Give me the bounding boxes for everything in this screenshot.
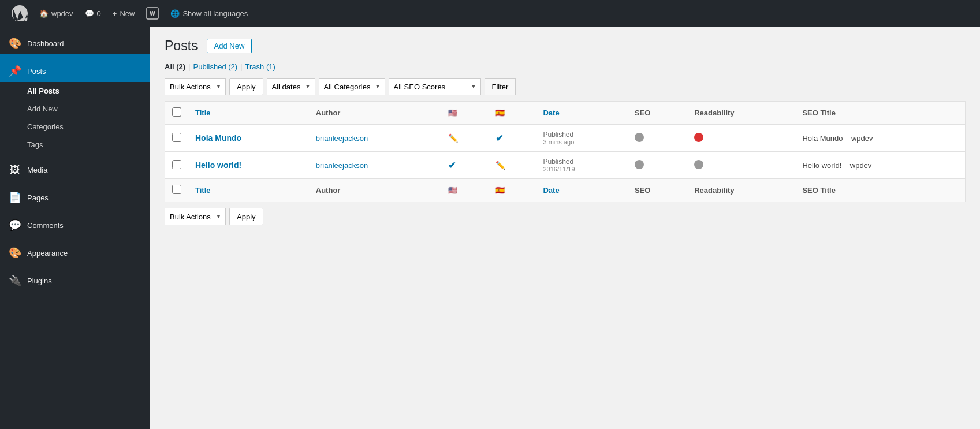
sidebar-item-comments[interactable]: 💬 Comments (0, 208, 150, 236)
comments-item[interactable]: 💬 0 (79, 0, 107, 27)
row2-date-text: Published (543, 158, 621, 166)
sidebar-item-all-posts[interactable]: All Posts (0, 82, 150, 100)
home-icon: 🏠 (39, 9, 49, 18)
row1-checkbox[interactable] (172, 133, 181, 142)
select-all-checkbox[interactable] (172, 107, 181, 117)
row1-title-link[interactable]: Hola Mundo (195, 133, 241, 143)
row2-checkbox[interactable] (172, 160, 181, 169)
footer-checkbox-cell (165, 179, 189, 202)
posts-table: Title Author 🇺🇸 🇪🇸 Date SEO Readability … (165, 101, 966, 202)
all-dates-wrapper: All dates (267, 78, 315, 95)
filter-published[interactable]: Published (2) (193, 62, 238, 71)
comments-sidebar-icon: 💬 (9, 219, 21, 232)
flag-en-icon: 🇺🇸 (448, 109, 457, 117)
row1-en-edit-icon[interactable]: ✏️ (448, 133, 458, 143)
sidebar: 🎨 Dashboard 📌 Posts All Posts Add New Ca… (0, 27, 150, 429)
row1-author-cell: brianleejackson (309, 125, 441, 152)
main-content: Posts Add New All (2) | Published (2) | … (150, 27, 980, 429)
all-seo-select[interactable]: All SEO Scores (389, 78, 481, 95)
footer-seo-title: SEO Title (795, 179, 965, 202)
footer-title-sort-link[interactable]: Title (195, 186, 211, 195)
row2-title-link[interactable]: Hello world! (195, 161, 241, 170)
plugins-label: Plugins (27, 277, 52, 285)
row1-readability-cell (687, 125, 795, 152)
header-flag-es: 🇪🇸 (489, 102, 536, 125)
plus-icon: + (113, 9, 117, 18)
add-new-sub-label: Add New (27, 105, 58, 113)
svg-text:W: W (150, 10, 156, 17)
header-author: Author (309, 102, 441, 125)
filter-all[interactable]: All (2) (165, 62, 185, 71)
footer-flag-es: 🇪🇸 (489, 179, 536, 202)
row2-en-check-icon: ✔ (448, 161, 456, 170)
top-toolbar: Bulk Actions Apply All dates All Categor… (165, 78, 966, 95)
bulk-actions-bottom-wrapper: Bulk Actions (165, 208, 226, 225)
sidebar-item-appearance[interactable]: 🎨 Appearance (0, 236, 150, 264)
comments-sidebar-label: Comments (27, 221, 64, 230)
sidebar-item-plugins[interactable]: 🔌 Plugins (0, 264, 150, 292)
comments-icon: 💬 (85, 9, 94, 18)
wpml-icon-item[interactable]: W (140, 0, 165, 27)
languages-item[interactable]: 🌐 Show all languages (165, 0, 254, 27)
sidebar-dashboard-label: Dashboard (27, 39, 64, 48)
row2-es-edit-icon[interactable]: ✏️ (495, 161, 505, 170)
footer-date-sort-link[interactable]: Date (543, 186, 559, 195)
page-title: Posts (165, 38, 198, 54)
categories-label: Categories (27, 122, 64, 131)
row1-checkbox-cell (165, 125, 189, 152)
page-title-row: Posts Add New (165, 38, 966, 54)
header-checkbox-cell (165, 102, 189, 125)
new-label: New (120, 9, 135, 18)
row2-seo-cell (628, 152, 687, 179)
row1-seo-title-text: Hola Mundo – wpdev (802, 134, 873, 143)
row2-readability-cell (687, 152, 795, 179)
filter-button[interactable]: Filter (485, 78, 516, 95)
header-readability: Readability (687, 102, 795, 125)
footer-date: Date (536, 179, 628, 202)
row2-author-link[interactable]: brianleejackson (316, 161, 368, 170)
site-name-label: wpdev (51, 9, 73, 18)
row1-title-cell: Hola Mundo (188, 125, 309, 152)
bottom-toolbar: Bulk Actions Apply (165, 208, 966, 225)
header-title: Title (188, 102, 309, 125)
bulk-actions-bottom-select[interactable]: Bulk Actions (165, 208, 226, 225)
footer-title: Title (188, 179, 309, 202)
wp-logo-item[interactable] (6, 0, 33, 27)
sidebar-item-posts[interactable]: 📌 Posts (0, 54, 150, 82)
pages-label: Pages (27, 193, 49, 202)
all-categories-select[interactable]: All Categories (319, 78, 385, 95)
apply-button-bottom[interactable]: Apply (229, 208, 263, 225)
row1-flag-es-cell: ✔ (489, 125, 536, 152)
date-sort-link[interactable]: Date (543, 109, 559, 117)
sidebar-item-media[interactable]: 🖼 Media (0, 154, 150, 181)
admin-bar: 🏠 wpdev 💬 0 + New W 🌐 Show all languages (0, 0, 980, 27)
sidebar-item-tags[interactable]: Tags (0, 136, 150, 154)
posts-icon: 📌 (9, 65, 21, 77)
sidebar-item-dashboard[interactable]: 🎨 Dashboard (0, 27, 150, 54)
row1-date-subtext: 3 mins ago (543, 139, 621, 146)
row2-seo-dot (635, 160, 644, 169)
table-header-row: Title Author 🇺🇸 🇪🇸 Date SEO Readability … (165, 102, 966, 125)
sidebar-item-categories[interactable]: Categories (0, 118, 150, 136)
table-row: Hola Mundo brianleejackson ✏️ ✔ Publishe… (165, 125, 966, 152)
bulk-actions-select[interactable]: Bulk Actions (165, 78, 226, 95)
new-item[interactable]: + New (107, 0, 141, 27)
all-dates-select[interactable]: All dates (267, 78, 315, 95)
dashboard-icon: 🎨 (9, 37, 21, 50)
add-new-button[interactable]: Add New (207, 39, 252, 53)
header-seo-title: SEO Title (795, 102, 965, 125)
filter-trash[interactable]: Trash (1) (245, 62, 275, 71)
row1-author-link[interactable]: brianleejackson (316, 134, 368, 143)
title-sort-link[interactable]: Title (195, 109, 211, 117)
sidebar-item-pages[interactable]: 📄 Pages (0, 181, 150, 208)
pages-icon: 📄 (9, 191, 21, 204)
row2-flag-es-cell: ✏️ (489, 152, 536, 179)
footer-flag-es-icon: 🇪🇸 (495, 186, 505, 195)
row1-date-cell: Published 3 mins ago (536, 125, 628, 152)
apply-button-top[interactable]: Apply (229, 78, 263, 95)
sidebar-item-add-new[interactable]: Add New (0, 100, 150, 118)
site-name-item[interactable]: 🏠 wpdev (33, 0, 79, 27)
tags-label: Tags (27, 140, 43, 149)
sidebar-posts-label: Posts (27, 67, 46, 76)
footer-select-all-checkbox[interactable] (172, 185, 181, 194)
